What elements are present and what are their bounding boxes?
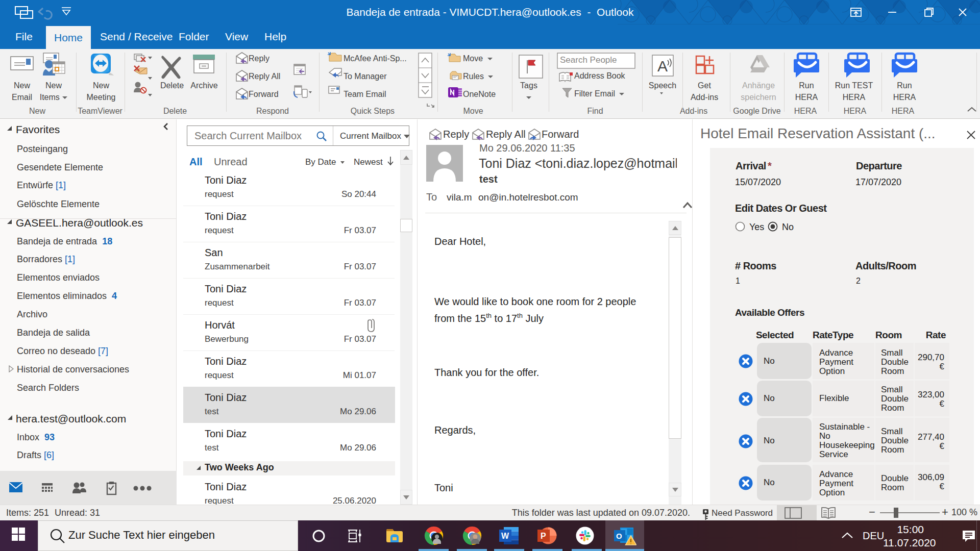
svg-text:A: A bbox=[657, 58, 668, 74]
svg-text:O: O bbox=[616, 532, 622, 540]
svg-text:W: W bbox=[501, 532, 509, 540]
svg-text:P: P bbox=[541, 532, 546, 540]
